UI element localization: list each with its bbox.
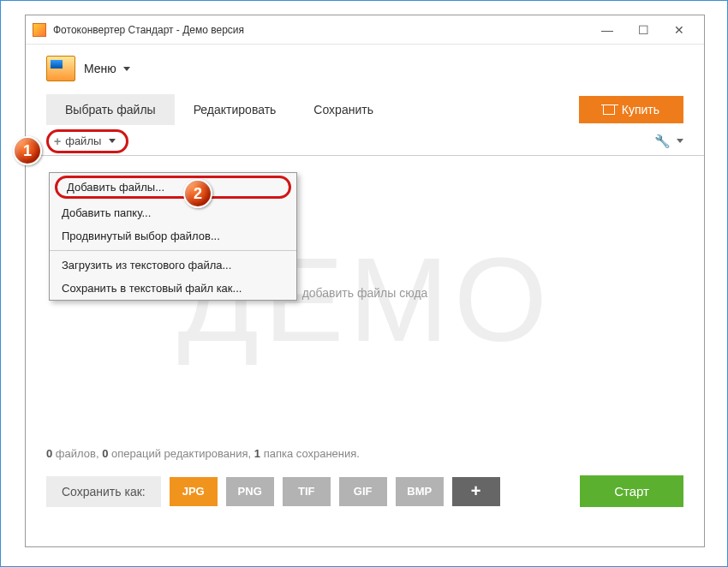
folders-count: 1: [254, 447, 260, 460]
buy-label: Купить: [622, 103, 659, 116]
tools-button[interactable]: 🔧: [654, 134, 683, 149]
tabs-row: Выбрать файлы Редактировать Сохранить Ку…: [26, 93, 704, 127]
files-count: 0: [46, 447, 52, 460]
outer-frame: Фотоконвертер Стандарт - Демо версия — ☐…: [0, 0, 728, 567]
menu-button[interactable]: Меню: [84, 61, 130, 76]
files-dropdown-menu: Добавить файлы... Добавить папку... Прод…: [49, 172, 297, 301]
folders-word: папка сохранения.: [264, 447, 360, 460]
format-bmp[interactable]: BMP: [396, 477, 444, 506]
plus-icon: +: [54, 134, 61, 148]
files-dropdown-button[interactable]: + файлы: [46, 129, 128, 153]
save-as-label: Сохранить как:: [46, 476, 161, 507]
start-button[interactable]: Старт: [580, 475, 683, 507]
format-tif[interactable]: TIF: [283, 477, 331, 506]
format-gif[interactable]: GIF: [339, 477, 387, 506]
format-png[interactable]: PNG: [226, 477, 274, 506]
format-jpg[interactable]: JPG: [170, 477, 218, 506]
minimize-button[interactable]: —: [589, 18, 625, 42]
chevron-down-icon: [123, 67, 130, 71]
menu-label: Меню: [84, 62, 116, 75]
cart-icon: [603, 104, 615, 115]
menu-load-from-text[interactable]: Загрузить из текстового файла...: [50, 254, 296, 277]
ops-word: операций редактирования,: [111, 447, 251, 460]
chevron-down-icon: [677, 139, 683, 143]
menu-separator: [50, 250, 296, 251]
ops-count: 0: [102, 447, 108, 460]
window-title: Фотоконвертер Стандарт - Демо версия: [53, 24, 589, 36]
tab-edit[interactable]: Редактировать: [175, 94, 295, 125]
close-button[interactable]: ✕: [661, 18, 697, 42]
toolbar: + файлы 🔧: [26, 127, 704, 156]
menu-advanced-select[interactable]: Продвинутый выбор файлов...: [50, 224, 296, 248]
wrench-icon: 🔧: [654, 134, 671, 149]
drop-hint: добавить файлы сюда: [302, 286, 428, 300]
app-icon: [33, 23, 46, 37]
titlebar: Фотоконвертер Стандарт - Демо версия — ☐…: [26, 15, 704, 45]
annotation-badge-2: 2: [183, 179, 212, 208]
menu-save-to-text[interactable]: Сохранить в текстовый файл как...: [50, 277, 296, 300]
menu-add-files[interactable]: Добавить файлы...: [55, 176, 291, 199]
annotation-badge-1: 1: [13, 136, 42, 165]
files-button-label: файлы: [65, 134, 101, 147]
tab-save[interactable]: Сохранить: [295, 94, 392, 125]
files-word: файлов,: [56, 447, 99, 460]
menu-icon: [46, 56, 75, 81]
status-bar: 0 файлов, 0 операций редактирования, 1 п…: [26, 439, 704, 469]
chevron-down-icon: [109, 139, 116, 143]
tab-select-files[interactable]: Выбрать файлы: [46, 94, 175, 125]
menubar: Меню: [26, 45, 704, 93]
maximize-button[interactable]: ☐: [625, 18, 661, 42]
buy-button[interactable]: Купить: [579, 96, 683, 123]
bottom-bar: Сохранить как: JPG PNG TIF GIF BMP + Ста…: [26, 469, 704, 521]
format-add[interactable]: +: [452, 477, 500, 506]
menu-add-folder[interactable]: Добавить папку...: [50, 201, 296, 224]
